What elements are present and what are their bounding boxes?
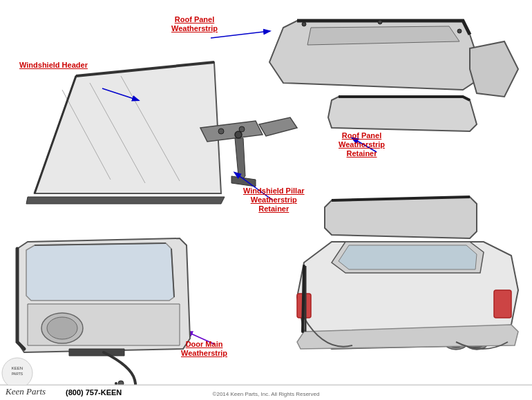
svg-point-14 (47, 317, 77, 339)
svg-point-6 (235, 131, 242, 138)
windshield-header-label: Windshield Header (19, 61, 88, 70)
roof-panel-weatherstrip-label: Roof Panel Weatherstrip (171, 15, 218, 33)
svg-point-4 (218, 128, 224, 134)
roof-panel-retainer-label: Roof Panel Weatherstrip Retainer (339, 131, 385, 159)
company-logo: Keen Parts (6, 386, 46, 397)
svg-text:KEEN: KEEN (12, 366, 23, 370)
diagram-container: KEEN PARTS Windshield Header Roof Panel … (0, 0, 532, 400)
svg-point-1 (302, 22, 306, 26)
svg-text:PARTS: PARTS (12, 372, 23, 376)
windshield-pillar-retainer-label: Windshield Pillar Weatherstrip Retainer (243, 187, 305, 214)
svg-point-2 (378, 20, 382, 24)
door-main-weatherstrip-label: Door Main Weatherstrip (181, 340, 227, 358)
phone-number: (800) 757-KEEN (66, 388, 122, 397)
copyright: ©2014 Keen Parts, Inc. All Rights Reserv… (213, 391, 320, 397)
footer: Keen Parts (800) 757-KEEN ©2014 Keen Par… (0, 385, 532, 400)
svg-rect-16 (494, 290, 511, 318)
svg-point-3 (457, 29, 462, 33)
